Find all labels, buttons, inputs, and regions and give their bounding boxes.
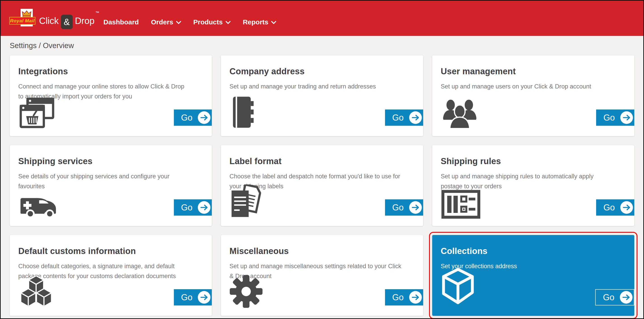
go-button-default-customs[interactable]: Go	[174, 289, 212, 306]
boxes-stack-icon	[18, 274, 54, 310]
card-title: Shipping services	[18, 156, 203, 166]
go-button-label: Go	[603, 203, 615, 212]
go-button-shipping-rules[interactable]: Go	[596, 199, 634, 216]
royal-mail-wordmark: Royal Mail	[9, 17, 36, 24]
card-title: Miscellaneous	[230, 246, 414, 256]
card-title: User management	[441, 66, 626, 76]
card-description: Set up and manage users on your Click & …	[441, 82, 613, 92]
go-button-miscellaneous[interactable]: Go	[385, 289, 423, 306]
top-nav-bar: Royal Mail Click & Drop ™ Dashboard Orde…	[1, 1, 643, 36]
nav-dashboard[interactable]: Dashboard	[104, 18, 139, 26]
go-button-label: Go	[181, 113, 192, 122]
go-button-label-format[interactable]: Go	[385, 199, 423, 216]
address-book-icon	[230, 96, 256, 130]
arrow-right-icon	[620, 111, 633, 124]
card-title: Shipping rules	[441, 156, 626, 166]
chevron-down-icon	[271, 21, 276, 24]
card-title: Integrations	[18, 66, 203, 76]
click-and-drop-logo[interactable]: Click & Drop ™	[39, 12, 99, 29]
arrow-right-icon	[409, 291, 422, 304]
arrow-right-icon	[620, 291, 632, 304]
breadcrumb: Settings / Overview	[10, 41, 74, 50]
chevron-down-icon	[226, 21, 230, 24]
arrow-right-icon	[198, 291, 210, 304]
gear-icon	[230, 274, 263, 310]
delivery-van-icon	[18, 191, 58, 220]
documents-icon	[230, 184, 261, 220]
royal-mail-logo[interactable]: Royal Mail	[9, 9, 36, 28]
card-title: Collections	[441, 246, 626, 256]
card-description: Set up and manage shipping rules to auto…	[441, 172, 613, 191]
parcel-box-icon	[441, 267, 475, 306]
arrow-right-icon	[198, 111, 210, 124]
go-button-integrations[interactable]: Go	[174, 110, 212, 126]
arrow-right-icon	[409, 201, 422, 214]
nav-reports[interactable]: Reports	[243, 18, 276, 26]
go-button-label: Go	[181, 292, 192, 302]
card-shipping-rules: Shipping rules Set up and manage shippin…	[432, 145, 634, 226]
go-button-collections[interactable]: Go	[595, 289, 634, 306]
card-description: Set up and manage your trading and retur…	[230, 82, 402, 92]
online-store-windows-icon	[18, 97, 58, 130]
nav-reports-label: Reports	[243, 18, 268, 26]
logo-drop-label: Drop	[75, 16, 94, 26]
chevron-down-icon	[176, 21, 181, 24]
logo-click-label: Click	[39, 16, 59, 26]
nav-products[interactable]: Products	[193, 18, 230, 26]
card-title: Label format	[230, 156, 414, 166]
card-user-management: User management Set up and manage users …	[432, 55, 634, 136]
rules-checklist-icon	[441, 190, 481, 220]
go-button-label: Go	[603, 113, 615, 122]
nav-orders-label: Orders	[151, 18, 173, 26]
go-button-label: Go	[392, 203, 404, 212]
card-company-address: Company address Set up and manage your t…	[221, 55, 423, 136]
go-button-company-address[interactable]: Go	[385, 110, 423, 126]
settings-card-grid: Integrations Connect and manage your onl…	[1, 55, 643, 316]
go-button-label: Go	[603, 292, 614, 302]
ampersand-badge: &	[61, 15, 73, 29]
arrow-right-icon	[198, 201, 210, 214]
users-icon	[441, 96, 479, 130]
nav-dashboard-label: Dashboard	[104, 18, 139, 26]
royal-mail-label: Royal Mail	[10, 18, 35, 24]
card-default-customs-information: Default customs information Choose defau…	[10, 235, 212, 316]
nav-products-label: Products	[193, 18, 223, 26]
breadcrumb-bar: Settings / Overview	[1, 36, 643, 55]
card-label-format: Label format Choose the label and despat…	[221, 145, 423, 226]
go-button-label: Go	[181, 203, 192, 212]
trademark-symbol: ™	[95, 10, 99, 15]
go-button-label: Go	[392, 292, 404, 302]
app-window: Royal Mail Click & Drop ™ Dashboard Orde…	[0, 0, 644, 319]
card-shipping-services: Shipping services See details of your sh…	[10, 145, 212, 226]
card-collections: Collections Set your collections address…	[432, 235, 634, 316]
arrow-right-icon	[620, 201, 633, 214]
go-button-shipping-services[interactable]: Go	[174, 199, 212, 216]
arrow-right-icon	[409, 111, 422, 124]
card-description: See details of your shipping services an…	[18, 172, 190, 191]
nav-orders[interactable]: Orders	[151, 18, 181, 26]
go-button-user-management[interactable]: Go	[596, 110, 634, 126]
card-miscellaneous: Miscellaneous Set up and manage miscella…	[221, 235, 423, 316]
card-integrations: Integrations Connect and manage your onl…	[10, 55, 212, 136]
main-navigation: Dashboard Orders Products Reports	[104, 18, 276, 26]
go-button-label: Go	[392, 113, 404, 122]
card-title: Company address	[230, 66, 414, 76]
card-title: Default customs information	[18, 246, 203, 256]
